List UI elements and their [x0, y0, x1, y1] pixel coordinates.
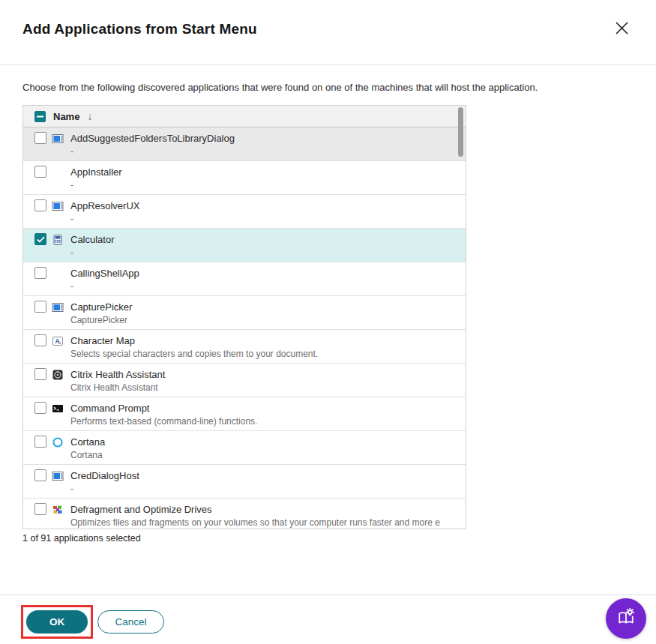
app-description: - — [70, 484, 139, 495]
app-description: CapturePicker — [70, 315, 132, 326]
character-map-icon: Aa — [52, 335, 64, 347]
ok-button[interactable]: OK — [26, 610, 88, 634]
guide-fab-button[interactable] — [606, 598, 646, 639]
ok-annotation-highlight: OK — [21, 605, 93, 639]
table-row[interactable]: CallingShellApp- — [23, 262, 466, 296]
app-name: Citrix Health Assistant — [70, 368, 165, 381]
app-icon-empty — [52, 166, 64, 178]
app-name: AppInstaller — [70, 166, 122, 178]
table-row[interactable]: CortanaCortana — [23, 431, 466, 465]
app-description: Citrix Health Assistant — [70, 382, 165, 394]
app-description: - — [70, 146, 235, 157]
table-row[interactable]: Calculator- — [23, 229, 466, 262]
app-description: - — [70, 180, 122, 191]
instruction-text: Choose from the following discovered app… — [22, 82, 592, 93]
app-window-icon — [52, 301, 64, 313]
select-all-checkbox[interactable] — [34, 111, 46, 122]
app-description: Performs text-based (command-line) funct… — [70, 416, 257, 427]
row-checkbox[interactable] — [34, 301, 46, 313]
column-header-name[interactable]: Name — [53, 111, 79, 122]
app-name: CapturePicker — [70, 301, 132, 313]
table-row[interactable]: CredDialogHost- — [23, 465, 466, 499]
app-window-icon — [52, 200, 64, 212]
dialog-footer: OK Cancel — [0, 595, 656, 644]
dialog-title: Add Applications from Start Menu — [22, 21, 257, 37]
app-description: - — [70, 281, 139, 292]
app-icon-empty — [52, 268, 64, 280]
app-name: CredDialogHost — [70, 469, 139, 482]
table-row[interactable]: Defragment and Optimize DrivesOptimizes … — [23, 499, 466, 529]
sort-descending-icon[interactable]: ↓ — [87, 111, 92, 121]
row-checkbox[interactable] — [34, 368, 46, 380]
cortana-icon — [52, 436, 64, 448]
row-checkbox[interactable] — [34, 267, 46, 279]
close-button[interactable] — [612, 19, 631, 39]
app-window-icon — [52, 133, 64, 145]
cancel-button[interactable]: Cancel — [97, 610, 164, 634]
close-icon — [615, 21, 629, 37]
guide-book-bulb-icon — [616, 607, 637, 631]
table-row[interactable]: AppResolverUX- — [23, 195, 466, 229]
app-name: Command Prompt — [70, 402, 257, 415]
selection-summary: 1 of 91 applications selected — [22, 533, 141, 544]
app-name: Cortana — [70, 436, 105, 448]
row-checkbox[interactable] — [34, 334, 46, 346]
app-name: CallingShellApp — [70, 267, 139, 280]
row-checkbox[interactable] — [34, 166, 46, 178]
app-window-icon — [52, 470, 64, 482]
terminal-icon — [52, 403, 64, 415]
row-checkbox[interactable] — [34, 402, 46, 414]
table-header-row: Name ↓ — [23, 106, 466, 127]
app-description: Optimizes files and fragments on your vo… — [70, 517, 440, 529]
dialog-header: Add Applications from Start Menu — [0, 0, 656, 65]
table-row[interactable]: AddSuggestedFoldersToLibraryDialog- — [23, 127, 466, 161]
table-row[interactable]: AaCharacter MapSelects special character… — [23, 330, 466, 364]
row-checkbox[interactable] — [34, 132, 46, 144]
app-name: Defragment and Optimize Drives — [70, 503, 440, 516]
table-scrollbar-thumb[interactable] — [458, 107, 463, 157]
app-description: Cortana — [70, 450, 105, 461]
table-row[interactable]: CapturePickerCapturePicker — [23, 296, 466, 330]
defrag-icon — [52, 504, 64, 516]
app-name: Character Map — [70, 334, 318, 347]
row-checkbox[interactable] — [34, 469, 46, 481]
applications-table: Name ↓ AddSuggestedFoldersToLibraryDialo… — [22, 105, 466, 529]
citrix-health-icon — [52, 369, 64, 381]
app-description: - — [70, 214, 140, 225]
app-name: Calculator — [70, 233, 115, 246]
row-checkbox[interactable] — [34, 233, 46, 245]
app-description: - — [70, 247, 115, 259]
app-description: Selects special characters and copies th… — [70, 349, 318, 360]
table-row[interactable]: Command PromptPerforms text-based (comma… — [23, 397, 466, 431]
app-name: AddSuggestedFoldersToLibraryDialog — [70, 132, 235, 145]
row-checkbox[interactable] — [34, 199, 46, 211]
table-row[interactable]: Citrix Health AssistantCitrix Health Ass… — [23, 364, 466, 397]
table-body: AddSuggestedFoldersToLibraryDialog-AppIn… — [23, 127, 466, 529]
calculator-icon — [52, 234, 64, 246]
row-checkbox[interactable] — [34, 436, 46, 448]
app-name: AppResolverUX — [70, 199, 140, 212]
table-row[interactable]: AppInstaller- — [23, 161, 466, 195]
row-checkbox[interactable] — [34, 503, 46, 515]
